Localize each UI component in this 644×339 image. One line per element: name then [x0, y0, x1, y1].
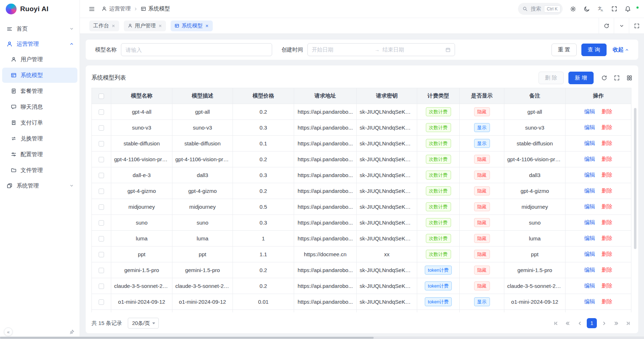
- row-checkbox[interactable]: [99, 220, 104, 226]
- sidebar-item-home[interactable]: 首页: [2, 22, 77, 36]
- delete-link[interactable]: 删除: [602, 298, 612, 304]
- tab-user-management[interactable]: 用户管理: [124, 21, 166, 31]
- tab-workbench[interactable]: 工作台: [89, 21, 119, 31]
- end-date-input[interactable]: 结束日期: [383, 46, 443, 53]
- query-button[interactable]: 查 询: [581, 44, 607, 56]
- edit-link[interactable]: 编辑: [584, 235, 595, 241]
- start-date-input[interactable]: 开始日期: [312, 46, 372, 53]
- reset-button[interactable]: 重 置: [551, 44, 577, 56]
- breadcrumb-item-system-model[interactable]: 系统模型: [141, 5, 170, 12]
- delete-link[interactable]: 删除: [602, 124, 612, 130]
- table-row[interactable]: gpt-4-1106-vision-pre... gpt-4-1106-visi…: [92, 152, 631, 167]
- collapse-filter-link[interactable]: 收起: [613, 46, 629, 53]
- delete-link[interactable]: 删除: [602, 219, 612, 225]
- close-icon[interactable]: [205, 24, 209, 28]
- table-vertical-scrollbar[interactable]: [634, 108, 636, 249]
- edit-link[interactable]: 编辑: [584, 140, 595, 146]
- row-checkbox[interactable]: [99, 173, 104, 178]
- global-search-input[interactable]: 搜索 Ctrl K: [518, 3, 563, 15]
- prev-jump-icon[interactable]: [563, 318, 572, 328]
- table-row[interactable]: stable-diffusion stable-diffusion 0.1 ht…: [92, 136, 631, 152]
- refresh-icon[interactable]: [599, 18, 614, 33]
- edit-link[interactable]: 编辑: [584, 172, 595, 178]
- row-checkbox[interactable]: [99, 125, 104, 131]
- edit-link[interactable]: 编辑: [584, 124, 595, 130]
- table-fullscreen-icon[interactable]: [614, 75, 620, 81]
- sidebar-item-operations[interactable]: 运营管理: [2, 37, 77, 51]
- app-logo[interactable]: Ruoyi AI: [0, 0, 80, 18]
- table-row[interactable]: dall-e-3 dall3 0.3 https://api.pandarobo…: [92, 167, 631, 183]
- row-checkbox[interactable]: [99, 109, 104, 115]
- row-checkbox[interactable]: [99, 189, 104, 194]
- table-row[interactable]: luma luma 1 https://api.pandarobo... sk-…: [92, 231, 631, 247]
- pin-icon[interactable]: [69, 329, 75, 335]
- row-checkbox[interactable]: [99, 284, 104, 289]
- edit-link[interactable]: 编辑: [584, 187, 595, 194]
- edit-link[interactable]: 编辑: [584, 251, 595, 257]
- edit-link[interactable]: 编辑: [584, 219, 595, 225]
- sidebar-item-system-model[interactable]: 系统模型: [2, 68, 77, 83]
- table-row[interactable]: gpt-4-all gpt-all 0.2 https://api.pandar…: [92, 104, 631, 120]
- table-row[interactable]: ppt ppt 1.1 https://docmee.cn xx 次数计费 隐藏…: [92, 247, 631, 262]
- row-checkbox[interactable]: [99, 141, 104, 146]
- page-number-button[interactable]: 1: [587, 318, 597, 328]
- row-checkbox[interactable]: [99, 268, 104, 273]
- delete-link[interactable]: 删除: [602, 187, 612, 194]
- notification-bell-icon[interactable]: [622, 3, 634, 15]
- row-checkbox[interactable]: [99, 299, 104, 305]
- row-checkbox[interactable]: [99, 236, 104, 241]
- first-page-icon[interactable]: [551, 318, 560, 328]
- delete-link[interactable]: 删除: [602, 140, 612, 146]
- edit-link[interactable]: 编辑: [584, 298, 595, 304]
- next-jump-icon[interactable]: [611, 318, 621, 328]
- prev-page-icon[interactable]: [575, 318, 584, 328]
- table-row[interactable]: suno-v3 suno-v3 0.3 https://api.pandarob…: [92, 120, 631, 136]
- hamburger-menu-icon[interactable]: [86, 3, 98, 15]
- table-row[interactable]: suno suno 0.3 https://api.pandarobo... s…: [92, 215, 631, 231]
- table-row[interactable]: o1-mini-2024-09-12 o1-mini-2024-09-12 0.…: [92, 294, 631, 310]
- column-settings-icon[interactable]: [626, 75, 632, 81]
- add-button[interactable]: 新 增: [568, 72, 594, 84]
- delete-link[interactable]: 删除: [602, 156, 612, 162]
- next-page-icon[interactable]: [599, 318, 609, 328]
- sidebar-item-payment-orders[interactable]: 支付订单: [2, 115, 77, 130]
- edit-link[interactable]: 编辑: [584, 203, 595, 209]
- sidebar-item-package-management[interactable]: 套餐管理: [2, 83, 77, 99]
- horizontal-scrollbar-thumb[interactable]: [0, 337, 374, 339]
- delete-link[interactable]: 删除: [602, 251, 612, 257]
- table-row[interactable]: gpt-4-gizmo gpt-4-gizmo 0.2 https://api.…: [92, 183, 631, 199]
- model-name-input[interactable]: [121, 43, 272, 56]
- edit-link[interactable]: 编辑: [584, 108, 595, 114]
- delete-link[interactable]: 删除: [602, 267, 612, 273]
- close-icon[interactable]: [112, 24, 115, 28]
- last-page-icon[interactable]: [623, 318, 632, 328]
- delete-link[interactable]: 删除: [602, 172, 612, 178]
- row-checkbox[interactable]: [99, 204, 104, 210]
- row-checkbox[interactable]: [99, 157, 104, 162]
- sidebar-item-file-management[interactable]: 文件管理: [2, 163, 77, 178]
- gear-icon[interactable]: [567, 3, 579, 15]
- date-range-picker[interactable]: 开始日期 → 结束日期: [307, 43, 455, 56]
- delete-link[interactable]: 删除: [602, 235, 612, 241]
- tab-system-model[interactable]: 系统模型: [171, 21, 213, 31]
- sidebar-item-chat-messages[interactable]: 聊天消息: [2, 99, 77, 114]
- sidebar-item-system-management[interactable]: 系统管理: [2, 178, 77, 193]
- breadcrumb-item-operations[interactable]: 运营管理: [102, 5, 131, 12]
- delete-link[interactable]: 删除: [602, 203, 612, 209]
- dark-mode-moon-icon[interactable]: [581, 3, 593, 15]
- row-checkbox[interactable]: [99, 252, 104, 257]
- table-row[interactable]: midjourney midjourney 0.5 https://api.pa…: [92, 199, 631, 215]
- sidebar-item-config-management[interactable]: 配置管理: [2, 147, 77, 162]
- delete-link[interactable]: 删除: [602, 108, 612, 114]
- horizontal-scrollbar[interactable]: [0, 336, 644, 339]
- refresh-icon[interactable]: [601, 75, 607, 81]
- sidebar-item-user-management[interactable]: 用户管理: [2, 52, 77, 67]
- table-row[interactable]: claude-3-5-sonnet-20... claude-3-5-sonne…: [92, 278, 631, 294]
- content-fullscreen-icon[interactable]: [629, 18, 644, 33]
- chevron-down-icon[interactable]: [614, 18, 629, 33]
- delete-link[interactable]: 删除: [602, 282, 612, 289]
- select-all-checkbox[interactable]: [99, 94, 104, 99]
- fullscreen-icon[interactable]: [608, 3, 620, 15]
- sidebar-collapse-button[interactable]: «: [4, 327, 13, 336]
- table-row[interactable]: gemini-1.5-pro gemini-1.5-pro 0.2 https:…: [92, 262, 631, 278]
